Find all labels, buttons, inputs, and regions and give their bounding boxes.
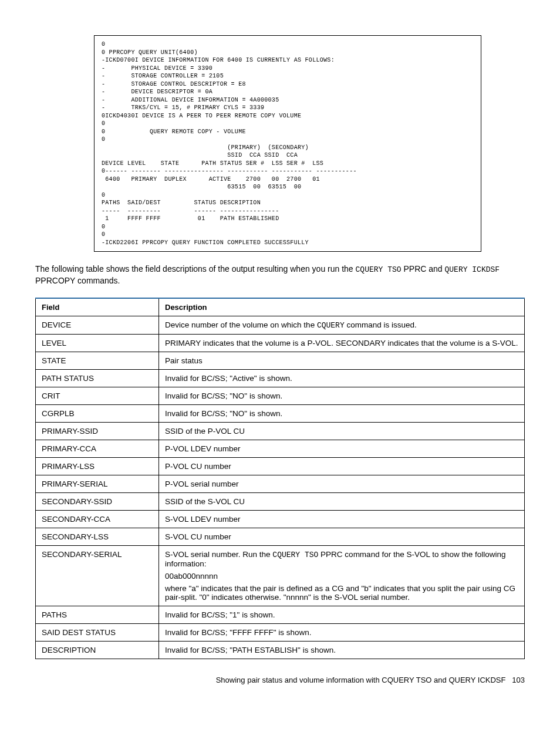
code-line: 63515 00 63515 00 xyxy=(102,183,474,191)
code-line: - STORAGE CONTROL DESCRIPTOR = E8 xyxy=(102,80,474,89)
code-line: 0 xyxy=(102,40,474,49)
field-desc-cell: Invalid for BC/SS; "NO" is shown. xyxy=(159,404,525,422)
table-row: DEVICEDevice number of the volume on whi… xyxy=(36,316,525,334)
field-name-cell: PRIMARY-LSS xyxy=(36,457,159,475)
cquery-tso-code: CQUERY TSO xyxy=(356,265,402,274)
field-desc-cell: P-VOL LDEV number xyxy=(159,440,525,457)
field-desc-cell: Invalid for BC/SS; "Active" is shown. xyxy=(159,369,525,387)
table-row: PRIMARY-CCAP-VOL LDEV number xyxy=(36,440,525,457)
field-desc-cell: P-VOL serial number xyxy=(159,475,525,492)
table-row: PRIMARY-SSIDSSID of the P-VOL CU xyxy=(36,422,525,440)
table-row: SECONDARY-CCAS-VOL LDEV number xyxy=(36,510,525,528)
code-line: 0------ -------- ---------------- ------… xyxy=(102,167,474,175)
table-header-field: Field xyxy=(36,298,159,316)
table-row: DESCRIPTIONInvalid for BC/SS; "PATH ESTA… xyxy=(36,641,525,659)
table-header-row: Field Description xyxy=(36,298,525,316)
code-line: PATHS SAID/DEST STATUS DESCRIPTION xyxy=(102,199,474,207)
field-name-cell: PRIMARY-SERIAL xyxy=(36,475,159,492)
code-line: 0 xyxy=(102,191,474,200)
table-row: STATEPair status xyxy=(36,352,525,369)
code-line: ----- --------- ------ ---------------- xyxy=(102,207,474,215)
table-row: SECONDARY-LSSS-VOL CU number xyxy=(36,528,525,545)
field-desc-cell: SSID of the S-VOL CU xyxy=(159,492,525,510)
code-line: 0 xyxy=(102,231,474,239)
query-ickdsf-code: QUERY ICKDSF xyxy=(445,265,500,274)
desc-paragraph: where "a" indicates that the pair is def… xyxy=(165,584,518,602)
table-header-description: Description xyxy=(159,298,525,316)
code-line: - PHYSICAL DEVICE = 3390 xyxy=(102,65,474,73)
code-line: 0 QUERY REMOTE COPY - VOLUME xyxy=(102,128,474,136)
field-name-cell: SECONDARY-LSS xyxy=(36,528,159,545)
field-name-cell: STATE xyxy=(36,352,159,369)
code-line: (PRIMARY) (SECONDARY) xyxy=(102,144,474,152)
table-row: CRITInvalid for BC/SS; "NO" is shown. xyxy=(36,387,525,404)
code-line: 0 PPRCOPY QUERY UNIT(6400) xyxy=(102,49,474,57)
field-desc-cell: P-VOL CU number xyxy=(159,457,525,475)
field-description-table: Field Description DEVICEDevice number of… xyxy=(35,298,525,659)
code-line: -ICKD2206I PPRCOPY QUERY FUNCTION COMPLE… xyxy=(102,239,474,247)
field-name-cell: PATHS xyxy=(36,606,159,623)
code-line: 1 FFFF FFFF 01 PATH ESTABLISHED xyxy=(102,215,474,223)
code-line: DEVICE LEVEL STATE PATH STATUS SER # LSS… xyxy=(102,160,474,168)
table-row: LEVELPRIMARY indicates that the volume i… xyxy=(36,334,525,352)
field-desc-cell: Invalid for BC/SS; "FFFF FFFF" is shown. xyxy=(159,623,525,641)
field-desc-cell: Invalid for BC/SS; "1" is shown. xyxy=(159,606,525,623)
field-desc-cell: S-VOL serial number. Run the CQUERY TSO … xyxy=(159,545,525,606)
table-row: SECONDARY-SERIALS-VOL serial number. Run… xyxy=(36,545,525,606)
footer-page-number: 103 xyxy=(512,676,525,684)
intro-text-pre: The following table shows the field desc… xyxy=(35,264,356,274)
table-row: SAID DEST STATUSInvalid for BC/SS; "FFFF… xyxy=(36,623,525,641)
field-desc-cell: Pair status xyxy=(159,352,525,369)
field-name-cell: LEVEL xyxy=(36,334,159,352)
field-name-cell: SAID DEST STATUS xyxy=(36,623,159,641)
desc-paragraph: 00ab000nnnnn xyxy=(165,572,518,580)
code-line: - TRKS/CYL = 15, # PRIMARY CYLS = 3339 xyxy=(102,104,474,112)
intro-text-mid: PPRC and xyxy=(402,264,445,274)
field-name-cell: CRIT xyxy=(36,387,159,404)
code-line: 0ICKD4030I DEVICE IS A PEER TO PEER REMO… xyxy=(102,112,474,120)
field-desc-cell: Invalid for BC/SS; "NO" is shown. xyxy=(159,387,525,404)
table-row: CGRPLBInvalid for BC/SS; "NO" is shown. xyxy=(36,404,525,422)
code-line: 0 xyxy=(102,120,474,128)
code-line: -ICKD0700I DEVICE INFORMATION FOR 6400 I… xyxy=(102,56,474,65)
intro-paragraph: The following table shows the field desc… xyxy=(35,264,525,287)
field-name-cell: CGRPLB xyxy=(36,404,159,422)
table-row: PRIMARY-SERIALP-VOL serial number xyxy=(36,475,525,492)
field-name-cell: PRIMARY-SSID xyxy=(36,422,159,440)
inline-code: CQUERY xyxy=(317,321,345,330)
table-row: SECONDARY-SSIDSSID of the S-VOL CU xyxy=(36,492,525,510)
field-desc-cell: SSID of the P-VOL CU xyxy=(159,422,525,440)
field-name-cell: DEVICE xyxy=(36,316,159,334)
code-line: - STORAGE CONTROLLER = 2105 xyxy=(102,72,474,80)
field-desc-cell: Invalid for BC/SS; "PATH ESTABLISH" is s… xyxy=(159,641,525,659)
intro-text-post: PPRCOPY commands. xyxy=(35,276,120,285)
code-output-box: 00 PPRCOPY QUERY UNIT(6400)-ICKD0700I DE… xyxy=(94,35,481,252)
page-footer: Showing pair status and volume informati… xyxy=(35,676,525,684)
code-line: SSID CCA SSID CCA xyxy=(102,151,474,160)
inline-code: CQUERY TSO xyxy=(272,551,318,559)
code-line: - DEVICE DESCRIPTOR = 0A xyxy=(102,88,474,96)
table-row: PATHSInvalid for BC/SS; "1" is shown. xyxy=(36,606,525,623)
code-line: 0 xyxy=(102,136,474,144)
field-desc-cell: S-VOL CU number xyxy=(159,528,525,545)
field-name-cell: PATH STATUS xyxy=(36,369,159,387)
field-name-cell: SECONDARY-SSID xyxy=(36,492,159,510)
table-row: PATH STATUSInvalid for BC/SS; "Active" i… xyxy=(36,369,525,387)
code-line: 0 xyxy=(102,223,474,231)
field-desc-cell: S-VOL LDEV number xyxy=(159,510,525,528)
table-row: PRIMARY-LSSP-VOL CU number xyxy=(36,457,525,475)
field-name-cell: SECONDARY-SERIAL xyxy=(36,545,159,606)
field-name-cell: SECONDARY-CCA xyxy=(36,510,159,528)
page-content: 00 PPRCOPY QUERY UNIT(6400)-ICKD0700I DE… xyxy=(0,0,560,702)
field-desc-cell: Device number of the volume on which the… xyxy=(159,316,525,334)
field-desc-cell: PRIMARY indicates that the volume is a P… xyxy=(159,334,525,352)
field-name-cell: DESCRIPTION xyxy=(36,641,159,659)
footer-text: Showing pair status and volume informati… xyxy=(216,676,506,684)
code-line: - ADDITIONAL DEVICE INFORMATION = 4A0000… xyxy=(102,96,474,104)
field-name-cell: PRIMARY-CCA xyxy=(36,440,159,457)
desc-paragraph: S-VOL serial number. Run the CQUERY TSO … xyxy=(165,550,518,568)
code-line: 6400 PRIMARY DUPLEX ACTIVE 2700 00 2700 … xyxy=(102,175,474,184)
